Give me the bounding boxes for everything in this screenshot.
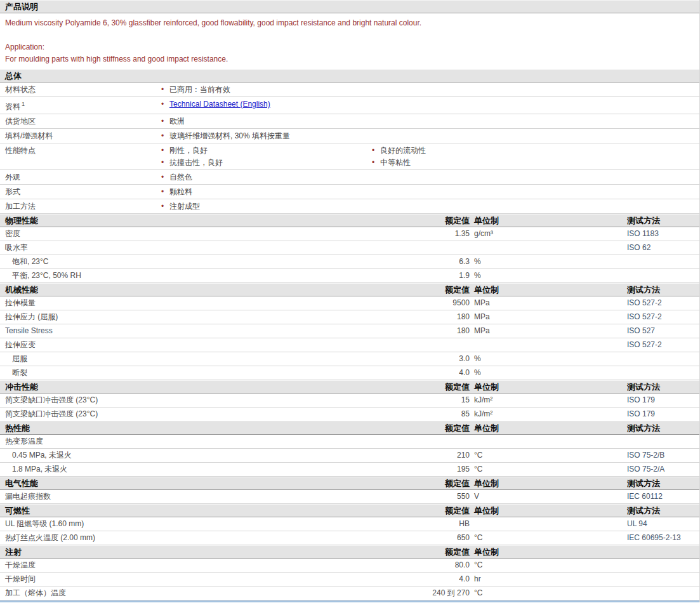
application-text: For moulding parts with high stiffness a… <box>5 53 694 65</box>
bullet-item: •中等粘性 <box>369 156 699 169</box>
property-test-method: ISO 75-2/B <box>627 449 699 462</box>
datasheet-link[interactable]: Technical Datasheet (English) <box>169 100 270 109</box>
property-value <box>350 241 470 255</box>
property-test-method <box>627 366 699 380</box>
section-title: 可燃性 <box>0 505 350 517</box>
property-test-method <box>627 435 699 448</box>
property-test-method: ISO 75-2/A <box>627 463 699 476</box>
property-label: 漏电起痕指数 <box>0 490 350 503</box>
property-unit: V <box>470 490 627 503</box>
column-header-unit: 单位制 <box>470 284 627 296</box>
property-unit: °C <box>470 586 627 600</box>
product-description-block: Medium viscosity Polyamide 6, 30% glassf… <box>0 13 699 69</box>
section-title: 电气性能 <box>0 478 350 489</box>
spacer <box>5 29 694 41</box>
property-test-method <box>627 559 699 572</box>
column-header-method: 测试方法 <box>627 381 699 393</box>
property-value: 4.0 <box>350 573 470 586</box>
property-row: 干燥时间4.0hr <box>0 573 699 586</box>
property-unit: °C <box>470 449 627 462</box>
section-header-product-description: 产品说明 <box>0 0 699 13</box>
column-header-unit: 单位制 <box>470 478 627 489</box>
bullet-text: 已商用：当前有效 <box>169 85 230 95</box>
page-title: 产品说明 <box>0 1 350 13</box>
bullet-text: 玻璃纤维增强材料, 30% 填料按重量 <box>169 131 290 141</box>
column-header-value: 额定值 <box>350 478 470 489</box>
row-label-text: 加工方法 <box>5 202 36 211</box>
property-test-method: ISO 1183 <box>627 227 699 241</box>
general-row: 形式•颗粒料 <box>0 185 699 199</box>
property-row: 拉伸应变ISO 527-2 <box>0 338 699 352</box>
bullet-icon: • <box>369 146 377 156</box>
property-value: 6.3 <box>350 255 470 268</box>
property-unit <box>470 517 627 531</box>
column-header-unit: 单位制 <box>470 505 627 517</box>
property-row: 热变形温度 <box>0 435 699 449</box>
general-row: 材料状态•已商用：当前有效 <box>0 83 699 97</box>
row-label: 填料/增强材料 <box>0 129 159 143</box>
property-test-method <box>627 269 699 282</box>
bullet-icon: • <box>159 85 166 95</box>
bullet-column-1: •注射成型 <box>159 199 369 213</box>
general-row: 资料1•Technical Datasheet (English) <box>0 97 699 114</box>
property-row: 密度1.35g/cm³ISO 1183 <box>0 227 699 241</box>
property-row: 加工（熔体）温度240 到 270°C <box>0 586 699 600</box>
property-unit: % <box>470 269 627 282</box>
property-value: 15 <box>350 394 470 407</box>
bullet-icon: • <box>159 100 166 109</box>
footnote-ref: 1 <box>22 101 25 107</box>
datasheet-page: 产品说明 Medium viscosity Polyamide 6, 30% g… <box>0 0 700 602</box>
bullet-text: 自然色 <box>169 173 192 182</box>
bullet-text: 抗撞击性，良好 <box>169 158 223 168</box>
property-label: 简支梁缺口冲击强度 (23°C) <box>0 408 350 421</box>
section-header: 机械性能额定值单位制测试方法 <box>0 283 699 296</box>
row-label-text: 填料/增强材料 <box>5 131 53 140</box>
bullet-icon: • <box>159 117 166 126</box>
property-unit <box>470 435 627 448</box>
property-unit: % <box>470 352 627 366</box>
property-test-method: ISO 527-2 <box>627 296 699 310</box>
property-row: 屈服3.0% <box>0 352 699 366</box>
bullet-column-2: •良好的流动性•中等粘性 <box>369 143 699 169</box>
property-label: 吸水率 <box>0 241 350 255</box>
property-value: 195 <box>350 463 470 476</box>
row-label: 供货地区 <box>0 114 159 128</box>
column-header-unit: 单位制 <box>470 215 627 227</box>
property-unit: % <box>470 366 627 380</box>
row-label: 加工方法 <box>0 199 159 213</box>
property-unit <box>470 338 627 352</box>
row-label-text: 供货地区 <box>5 117 36 126</box>
general-table: 材料状态•已商用：当前有效资料1•Technical Datasheet (En… <box>0 83 699 214</box>
property-value: 3.0 <box>350 352 470 366</box>
column-header-value: 额定值 <box>350 547 470 558</box>
property-row: 漏电起痕指数550VIEC 60112 <box>0 490 699 504</box>
property-row: 简支梁缺口冲击强度 (23°C)85kJ/m²ISO 179 <box>0 408 699 421</box>
property-label: Tensile Stress <box>0 324 350 338</box>
bullet-item: •自然色 <box>159 170 369 184</box>
column-header-value: 额定值 <box>350 423 470 434</box>
property-unit: °C <box>470 463 627 476</box>
property-test-method: ISO 527 <box>627 324 699 338</box>
section-header-general: 总体 <box>0 69 699 83</box>
property-value <box>350 435 470 448</box>
column-header-unit: 单位制 <box>470 381 627 393</box>
property-row: 1.8 MPa, 未退火195°CISO 75-2/A <box>0 463 699 477</box>
property-unit: kJ/m² <box>470 408 627 421</box>
general-row: 供货地区•欧洲 <box>0 114 699 129</box>
property-row: 简支梁缺口冲击强度 (23°C)15kJ/m²ISO 179 <box>0 394 699 408</box>
property-row: Tensile Stress180MPaISO 527 <box>0 324 699 338</box>
row-label: 材料状态 <box>0 83 159 96</box>
property-unit: °C <box>470 559 627 572</box>
property-label: 干燥时间 <box>0 573 350 586</box>
property-row: 平衡, 23°C, 50% RH1.9% <box>0 269 699 283</box>
bullet-item: •抗撞击性，良好 <box>159 156 369 169</box>
property-label: 加工（熔体）温度 <box>0 586 350 600</box>
property-row: 干燥温度80.0°C <box>0 559 699 573</box>
property-label: 饱和, 23°C <box>0 255 350 268</box>
property-test-method <box>627 573 699 586</box>
bullet-icon: • <box>159 131 166 141</box>
application-label: Application: <box>5 41 694 53</box>
property-row: 饱和, 23°C6.3% <box>0 255 699 269</box>
column-header-method: 测试方法 <box>627 215 699 227</box>
bullet-item: •Technical Datasheet (English) <box>159 97 369 111</box>
